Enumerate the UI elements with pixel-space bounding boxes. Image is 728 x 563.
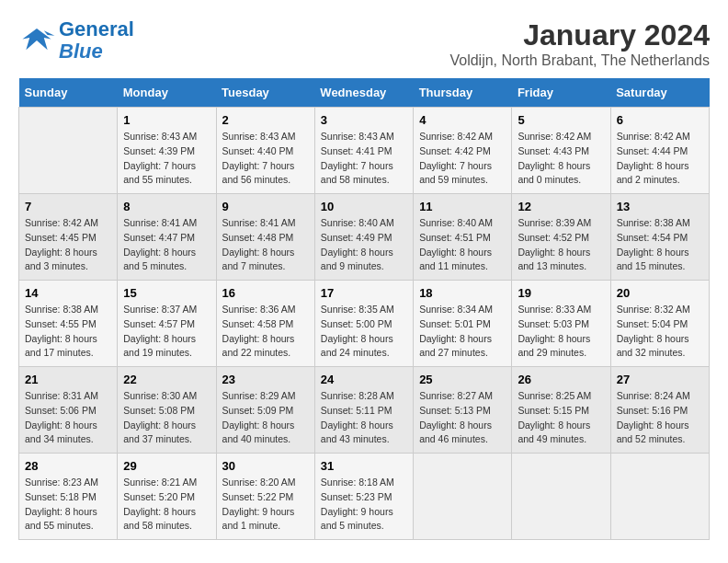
calendar-cell: 2Sunrise: 8:43 AMSunset: 4:40 PMDaylight… <box>216 108 314 194</box>
day-info: Sunrise: 8:42 AMSunset: 4:42 PMDaylight:… <box>419 130 506 188</box>
day-number: 29 <box>123 459 210 473</box>
day-header-wednesday: Wednesday <box>314 78 413 108</box>
calendar-cell <box>610 454 709 540</box>
day-header-tuesday: Tuesday <box>216 78 314 108</box>
calendar-cell: 17Sunrise: 8:35 AMSunset: 5:00 PMDayligh… <box>314 281 413 367</box>
day-info: Sunrise: 8:41 AMSunset: 4:47 PMDaylight:… <box>123 216 210 274</box>
day-info: Sunrise: 8:43 AMSunset: 4:40 PMDaylight:… <box>222 130 309 188</box>
calendar-cell: 21Sunrise: 8:31 AMSunset: 5:06 PMDayligh… <box>19 367 118 454</box>
day-number: 13 <box>617 200 703 213</box>
day-info: Sunrise: 8:38 AMSunset: 4:54 PMDaylight:… <box>617 216 703 274</box>
day-number: 5 <box>518 113 604 127</box>
day-number: 12 <box>518 200 604 213</box>
day-info: Sunrise: 8:34 AMSunset: 5:01 PMDaylight:… <box>419 303 506 361</box>
day-header-friday: Friday <box>512 78 610 108</box>
svg-marker-0 <box>22 29 51 50</box>
day-info: Sunrise: 8:43 AMSunset: 4:39 PMDaylight:… <box>123 130 210 188</box>
day-number: 31 <box>321 459 407 473</box>
main-title: January 2024 <box>449 18 710 52</box>
calendar-cell: 26Sunrise: 8:25 AMSunset: 5:15 PMDayligh… <box>512 367 610 454</box>
day-header-thursday: Thursday <box>414 78 512 108</box>
day-info: Sunrise: 8:38 AMSunset: 4:55 PMDaylight:… <box>25 303 111 361</box>
day-number: 25 <box>419 373 506 386</box>
calendar-cell: 9Sunrise: 8:41 AMSunset: 4:48 PMDaylight… <box>216 194 314 281</box>
calendar-cell <box>414 454 512 540</box>
calendar-cell: 28Sunrise: 8:23 AMSunset: 5:18 PMDayligh… <box>19 454 118 540</box>
calendar-cell: 7Sunrise: 8:42 AMSunset: 4:45 PMDaylight… <box>19 194 118 281</box>
day-info: Sunrise: 8:18 AMSunset: 5:23 PMDaylight:… <box>321 476 407 534</box>
calendar-cell: 6Sunrise: 8:42 AMSunset: 4:44 PMDaylight… <box>610 108 709 194</box>
day-number: 17 <box>321 286 407 300</box>
subtitle: Voldijn, North Brabant, The Netherlands <box>449 52 710 69</box>
day-info: Sunrise: 8:40 AMSunset: 4:49 PMDaylight:… <box>321 216 407 274</box>
day-number: 14 <box>25 286 111 300</box>
logo: General Blue <box>18 18 134 63</box>
day-header-saturday: Saturday <box>610 78 709 108</box>
calendar-cell: 29Sunrise: 8:21 AMSunset: 5:20 PMDayligh… <box>118 454 216 540</box>
day-number: 9 <box>222 200 309 213</box>
day-number: 7 <box>25 200 111 213</box>
calendar-cell: 24Sunrise: 8:28 AMSunset: 5:11 PMDayligh… <box>314 367 413 454</box>
day-number: 2 <box>222 113 309 127</box>
calendar-week-3: 14Sunrise: 8:38 AMSunset: 4:55 PMDayligh… <box>19 281 710 367</box>
calendar-cell: 14Sunrise: 8:38 AMSunset: 4:55 PMDayligh… <box>19 281 118 367</box>
day-number: 24 <box>321 373 407 386</box>
day-info: Sunrise: 8:37 AMSunset: 4:57 PMDaylight:… <box>123 303 210 361</box>
day-number: 8 <box>123 200 210 213</box>
calendar-header-row: SundayMondayTuesdayWednesdayThursdayFrid… <box>19 78 710 108</box>
day-info: Sunrise: 8:24 AMSunset: 5:16 PMDaylight:… <box>617 389 703 447</box>
day-header-sunday: Sunday <box>19 78 118 108</box>
calendar-cell: 18Sunrise: 8:34 AMSunset: 5:01 PMDayligh… <box>414 281 512 367</box>
logo-general: General <box>59 17 134 40</box>
day-number: 20 <box>617 286 703 300</box>
day-number: 10 <box>321 200 407 213</box>
day-number: 1 <box>123 113 210 127</box>
day-number: 6 <box>617 113 703 127</box>
day-info: Sunrise: 8:40 AMSunset: 4:51 PMDaylight:… <box>419 216 506 274</box>
calendar-cell: 13Sunrise: 8:38 AMSunset: 4:54 PMDayligh… <box>610 194 709 281</box>
day-number: 22 <box>123 373 210 386</box>
day-info: Sunrise: 8:36 AMSunset: 4:58 PMDaylight:… <box>222 303 309 361</box>
day-number: 23 <box>222 373 309 386</box>
day-number: 21 <box>25 373 111 386</box>
day-header-monday: Monday <box>118 78 216 108</box>
page-header: General Blue January 2024 Voldijn, North… <box>18 18 710 69</box>
day-info: Sunrise: 8:29 AMSunset: 5:09 PMDaylight:… <box>222 389 309 447</box>
day-number: 3 <box>321 113 407 127</box>
calendar-week-1: 1Sunrise: 8:43 AMSunset: 4:39 PMDaylight… <box>19 108 710 194</box>
calendar-cell: 25Sunrise: 8:27 AMSunset: 5:13 PMDayligh… <box>414 367 512 454</box>
day-info: Sunrise: 8:35 AMSunset: 5:00 PMDaylight:… <box>321 303 407 361</box>
day-info: Sunrise: 8:43 AMSunset: 4:41 PMDaylight:… <box>321 130 407 188</box>
day-number: 4 <box>419 113 506 127</box>
day-number: 28 <box>25 459 111 473</box>
calendar-cell: 22Sunrise: 8:30 AMSunset: 5:08 PMDayligh… <box>118 367 216 454</box>
day-info: Sunrise: 8:25 AMSunset: 5:15 PMDaylight:… <box>518 389 604 447</box>
calendar-cell: 11Sunrise: 8:40 AMSunset: 4:51 PMDayligh… <box>414 194 512 281</box>
day-number: 11 <box>419 200 506 213</box>
day-info: Sunrise: 8:20 AMSunset: 5:22 PMDaylight:… <box>222 476 309 534</box>
svg-marker-1 <box>44 30 55 35</box>
calendar-cell: 31Sunrise: 8:18 AMSunset: 5:23 PMDayligh… <box>314 454 413 540</box>
day-info: Sunrise: 8:32 AMSunset: 5:04 PMDaylight:… <box>617 303 703 361</box>
day-info: Sunrise: 8:30 AMSunset: 5:08 PMDaylight:… <box>123 389 210 447</box>
calendar-cell: 19Sunrise: 8:33 AMSunset: 5:03 PMDayligh… <box>512 281 610 367</box>
calendar-cell: 16Sunrise: 8:36 AMSunset: 4:58 PMDayligh… <box>216 281 314 367</box>
calendar-week-2: 7Sunrise: 8:42 AMSunset: 4:45 PMDaylight… <box>19 194 710 281</box>
day-number: 15 <box>123 286 210 300</box>
day-info: Sunrise: 8:33 AMSunset: 5:03 PMDaylight:… <box>518 303 604 361</box>
day-info: Sunrise: 8:28 AMSunset: 5:11 PMDaylight:… <box>321 389 407 447</box>
day-number: 27 <box>617 373 703 386</box>
calendar-cell: 10Sunrise: 8:40 AMSunset: 4:49 PMDayligh… <box>314 194 413 281</box>
calendar-cell <box>512 454 610 540</box>
day-info: Sunrise: 8:21 AMSunset: 5:20 PMDaylight:… <box>123 476 210 534</box>
day-number: 16 <box>222 286 309 300</box>
calendar-week-4: 21Sunrise: 8:31 AMSunset: 5:06 PMDayligh… <box>19 367 710 454</box>
day-number: 30 <box>222 459 309 473</box>
day-info: Sunrise: 8:39 AMSunset: 4:52 PMDaylight:… <box>518 216 604 274</box>
day-info: Sunrise: 8:41 AMSunset: 4:48 PMDaylight:… <box>222 216 309 274</box>
day-info: Sunrise: 8:42 AMSunset: 4:45 PMDaylight:… <box>25 216 111 274</box>
day-number: 18 <box>419 286 506 300</box>
calendar-cell: 4Sunrise: 8:42 AMSunset: 4:42 PMDaylight… <box>414 108 512 194</box>
calendar-cell: 5Sunrise: 8:42 AMSunset: 4:43 PMDaylight… <box>512 108 610 194</box>
day-number: 19 <box>518 286 604 300</box>
